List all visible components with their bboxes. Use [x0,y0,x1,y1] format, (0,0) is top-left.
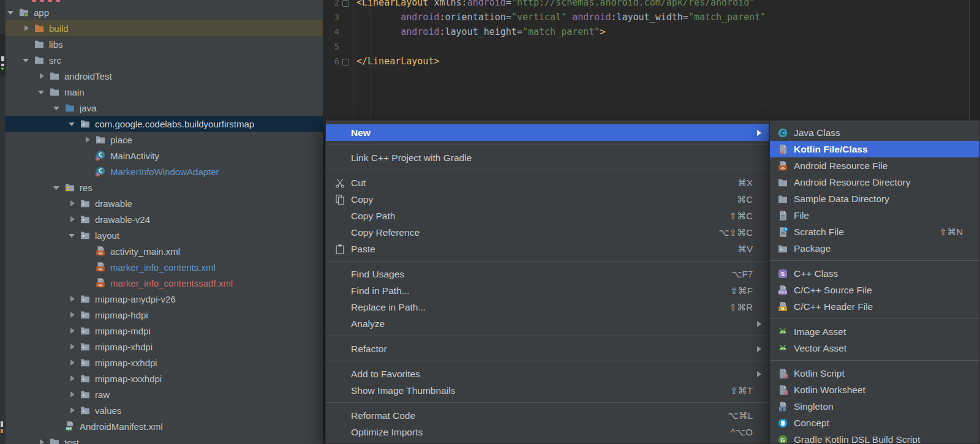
menu-item-refactor[interactable]: Refactor [326,341,769,357]
tree-item-mipmap-xxhdpi[interactable]: mipmap-xxhdpi [6,355,323,371]
svg-text:<>: <> [98,251,103,256]
tree-item-drawable-v24[interactable]: drawable-v24 [6,211,323,227]
chevron-down-icon[interactable] [52,185,61,190]
tree-item-build[interactable]: build [6,20,323,36]
chevron-down-icon[interactable] [6,10,15,15]
chevron-right-icon[interactable] [67,312,76,318]
menu-item-package[interactable]: Package [770,240,979,257]
tree-item-marker-info-contentssadf-xml[interactable]: <>marker_info_contentssadf.xml [6,275,323,291]
menu-item-c-c-source-file[interactable]: C++C/C++ Source File [770,282,979,298]
chevron-down-icon[interactable] [67,121,76,126]
menu-item-shortcut: ⇧⌘C [729,211,753,222]
menu-item-reformat-code[interactable]: Reformat Code⌥⌘L [326,407,769,424]
chevron-right-icon[interactable] [67,375,76,382]
tree-item-mipmap-mdpi[interactable]: mipmap-mdpi [6,323,323,339]
fold-marker-icon[interactable] [342,0,349,7]
chevron-right-icon[interactable] [21,25,30,31]
submenu-arrow-icon [757,130,761,136]
menu-item-copy-path[interactable]: Copy Path⇧⌘C [326,208,769,224]
chevron-right-icon[interactable] [67,216,76,222]
menu-item-copy-reference[interactable]: Copy Reference⌥⇧⌘C [326,224,769,241]
code-token: = [517,26,522,37]
editor-code[interactable]: <LinearLayout xmlns:android="http://sche… [356,0,766,69]
tree-item-raw[interactable]: raw [6,386,323,402]
tree-item-app[interactable]: app [6,4,323,20]
menu-item-scratch-file[interactable]: Scratch File⇧⌘N [770,224,979,240]
chevron-right-icon[interactable] [37,73,45,79]
menu-item-vector-asset[interactable]: Vector Asset [770,340,979,356]
chevron-down-icon[interactable] [21,58,30,62]
tree-item-activity-main-xml[interactable]: <>activity_main.xml [6,243,323,259]
menu-item-sample-data-directory[interactable]: Sample Data Directory [770,190,979,207]
tree-item-src[interactable]: src [6,52,323,68]
tree-item-place[interactable]: place [6,132,323,148]
editor-pane[interactable]: 23456 <LinearLayout xmlns:android="http:… [323,0,980,121]
chevron-right-icon[interactable] [67,344,76,350]
fold-marker-icon[interactable] [342,59,349,66]
tree-item-main[interactable]: main [6,84,323,100]
menu-item-image-asset[interactable]: Image Asset [770,323,979,340]
tree-item-java[interactable]: java [6,100,323,116]
menu-item-kotlin-worksheet[interactable]: Kotlin Worksheet [770,382,979,398]
menu-item-show-image-thumbnails[interactable]: Show Image Thumbnails⇧⌘T [326,382,769,399]
menu-item-add-to-favorites[interactable]: Add to Favorites [326,366,769,382]
menu-item-cut[interactable]: Cut⌘X [326,175,769,191]
menu-item-copy[interactable]: Copy⌘C [326,191,769,208]
menu-item-label: C/C++ Source File [794,285,872,296]
menu-item-label: Kotlin Worksheet [794,385,865,396]
menu-item-file[interactable]: File [770,207,979,224]
tree-item-marker-info-contents-xml[interactable]: <>marker_info_contents.xml [6,259,323,275]
gradle-kotlin-icon: G [776,434,789,444]
code-token: "match_parent" [688,12,766,23]
tree-item-drawable[interactable]: drawable [6,195,323,211]
menu-item-label: Add to Favorites [351,369,420,380]
chevron-right-icon[interactable] [83,137,91,143]
menu-item-c-class[interactable]: SC++ Class [770,265,979,282]
chevron-down-icon[interactable] [52,105,61,110]
tree-item-markerinfowindowadapter[interactable]: CMarkerInfoWindowAdapter [6,164,323,179]
chevron-down-icon[interactable] [67,233,76,238]
tree-item-androidmanifest-xml[interactable]: MFAndroidManifest.xml [6,418,323,434]
menu-item-c-c-header-file[interactable]: HC/C++ Header File [770,298,979,315]
menu-item-kotlin-file-class[interactable]: Kotlin File/Class [770,141,979,157]
menu-item-gradle-kotlin-dsl-build-script[interactable]: GGradle Kotlin DSL Build Script [770,431,979,444]
tree-item-test[interactable]: test [6,434,323,444]
menu-item-concept[interactable]: Concept [770,415,979,431]
chevron-right-icon[interactable] [37,439,45,444]
editor-scrollbar[interactable] [969,0,980,121]
tree-item-mainactivity[interactable]: CMainActivity [6,148,323,164]
menu-item-android-resource-directory[interactable]: Android Resource Directory [770,174,979,190]
menu-item-singleton[interactable]: JSingleton [770,398,979,415]
chevron-right-icon[interactable] [67,200,76,206]
menu-item-new[interactable]: New [326,124,769,141]
chevron-down-icon[interactable] [37,89,45,94]
chevron-right-icon[interactable] [67,407,76,413]
tree-item-libs[interactable]: libs [6,36,323,52]
chevron-right-icon[interactable] [67,391,76,397]
menu-item-find-in-path[interactable]: Find in Path...⇧⌘F [326,282,769,299]
tree-item-mipmap-anydpi-v26[interactable]: mipmap-anydpi-v26 [6,291,323,307]
menu-item-java-class[interactable]: CJava Class [770,124,979,141]
menu-item-analyze[interactable]: Analyze [326,315,769,332]
menu-item-label: Scratch File [794,227,844,238]
tree-item-mipmap-xxxhdpi[interactable]: mipmap-xxxhdpi [6,371,323,386]
tree-item-values[interactable]: values [6,402,323,418]
menu-item-replace-in-path[interactable]: Replace in Path...⇧⌘R [326,299,769,315]
menu-item-paste[interactable]: Paste⌘V [326,241,769,257]
menu-item-android-resource-file[interactable]: <>Android Resource File [770,157,979,174]
menu-item-kotlin-script[interactable]: Kotlin Script [770,365,979,382]
tree-item-mipmap-hdpi[interactable]: mipmap-hdpi [6,307,323,323]
svg-text:G: G [780,437,785,443]
chevron-right-icon[interactable] [67,359,76,366]
menu-item-find-usages[interactable]: Find Usages⌥F7 [326,266,769,282]
chevron-right-icon[interactable] [67,328,76,334]
tree-item-layout[interactable]: layout [6,227,323,243]
menu-item-optimize-imports[interactable]: Optimize Imports^⌥O [326,424,769,440]
menu-item-link-c-project-with-gradle[interactable]: Link C++ Project with Gradle [326,149,769,166]
tree-item-mipmap-xhdpi[interactable]: mipmap-xhdpi [6,339,323,355]
tree-item-com-google-codelabs-buildyourfirstmap[interactable]: com.google.codelabs.buildyourfirstmap [6,116,323,132]
tree-item-androidtest[interactable]: androidTest [6,68,323,84]
tree-item-res[interactable]: res [6,179,323,195]
chevron-right-icon[interactable] [67,296,76,302]
line-number: 4 [323,24,339,39]
